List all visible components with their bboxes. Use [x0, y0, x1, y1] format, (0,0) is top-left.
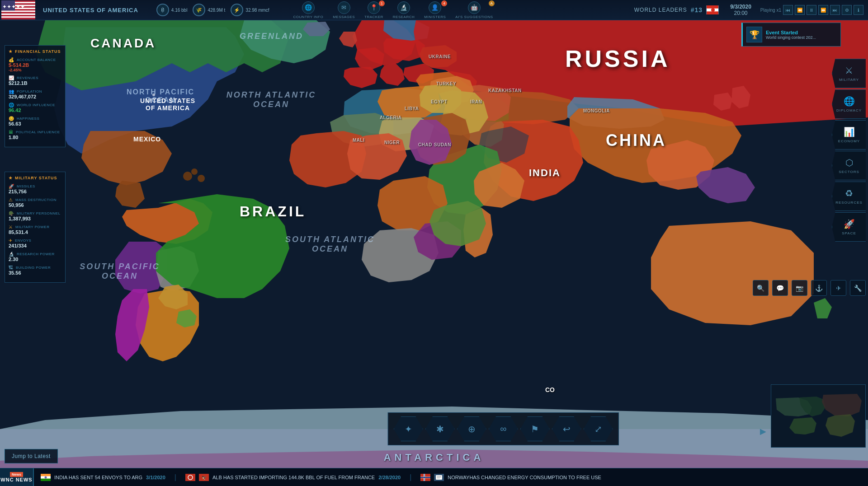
missiles-value: 215,756 — [9, 189, 61, 194]
political-influence-stat: 🏛 Political Influence 1.80 — [9, 130, 61, 140]
svg-rect-94 — [41, 478, 51, 481]
skip-forward-button[interactable]: ⏭ — [830, 5, 840, 15]
right-small-buttons: 🔍 💬 📷 ⚓ ✈ 🔧 — [753, 280, 866, 296]
gear-action-button[interactable]: ✱ — [425, 416, 455, 441]
political-influence-value: 1.80 — [9, 135, 61, 140]
gas-value: 32.98 mmcf — [245, 8, 269, 13]
news-ticker: News WNC NEWS INDIA HAS SENT 54 ENVOYS T… — [0, 468, 868, 486]
military-icon: ⚔ — [845, 65, 853, 76]
account-balance-value: $-514.2B — [9, 62, 61, 68]
svg-rect-78 — [1, 16, 35, 18]
news-item-1: INDIA HAS SENT 54 ENVOYS TO ARG 3/1/2020 — [41, 474, 165, 481]
prev-button[interactable]: ⏪ — [795, 5, 805, 15]
happiness-value: 56.63 — [9, 121, 61, 126]
world-leaders-label: WORLD LEADERS — [634, 7, 687, 13]
revenues-value: $212.1B — [9, 80, 61, 86]
news-date-1: 3/1/2020 — [146, 475, 165, 480]
research-power-value: 2.30 — [9, 257, 61, 262]
bottom-action-bar: ✦ ✱ ⊕ ∞ ⚑ ↩ ⤢ — [388, 412, 619, 445]
svg-point-7 — [191, 168, 198, 175]
diplomacy-button[interactable]: 🌐 DIPLOMACY — [832, 89, 866, 119]
right-action-panel: ⚔ MILITARY 🌐 DIPLOMACY 📊 ECONOMY ⬡ SECTO… — [832, 59, 868, 242]
news-date-2: 2/28/2020 — [378, 475, 401, 480]
news-logo: News WNC NEWS — [0, 468, 34, 486]
playing-label: Playing x1 — [760, 8, 781, 13]
flag-action-button[interactable]: ⚑ — [520, 416, 550, 441]
nav-research[interactable]: 🔬 RESEARCH — [389, 0, 418, 20]
sectors-button[interactable]: ⬡ SECTORS — [832, 151, 866, 180]
svg-rect-84 — [707, 11, 718, 14]
anchor-button[interactable]: ⚓ — [811, 280, 827, 296]
scroll-right-arrow[interactable]: ▶ — [760, 426, 766, 436]
expand-action-button[interactable]: ⤢ — [584, 416, 613, 441]
nav-tracker[interactable]: 1 📍 TRACKER — [361, 0, 387, 20]
news-text-2: ALB HAS STARTED IMPORTING 144.8K BBL OF … — [212, 475, 375, 480]
news-text-3: NORWAYHAS CHANGED ENERGY CONSUMPTION TO … — [448, 475, 601, 480]
camera-button[interactable]: 📷 — [792, 280, 807, 296]
svg-rect-83 — [707, 5, 718, 9]
news-badge: News — [10, 472, 23, 477]
space-button[interactable]: 🚀 SPACE — [832, 212, 866, 242]
svg-text:🦅: 🦅 — [202, 475, 207, 481]
jump-to-latest-button[interactable]: Jump to Latest — [5, 449, 58, 463]
event-description: World singing contest 202... — [766, 35, 816, 40]
nav-country-info[interactable]: 🌐 COUNTRY INFO — [290, 0, 327, 20]
svg-rect-109 — [437, 478, 440, 478]
building-power-stat: 🏗 Building Power 35.56 — [9, 265, 61, 276]
building-power-value: 35.56 — [9, 270, 61, 276]
world-influence-stat: 🌐 World Influence 96.42 — [9, 103, 61, 113]
top-nav: 🌐 COUNTRY INFO ✉ MESSAGES 1 📍 TRACKER 🔬 … — [290, 0, 497, 20]
nav-ai-suggestions[interactable]: A 🤖 AI'S SUGGESTIONS — [452, 0, 496, 20]
svg-marker-41 — [420, 84, 461, 113]
event-info: Event Started World singing contest 202.… — [766, 30, 816, 40]
plane-button[interactable]: ✈ — [830, 280, 846, 296]
event-notification: 🏆 Event Started World singing contest 20… — [741, 23, 841, 47]
military-personnel-stat: 🪖 Military Personnel 1,387,993 — [9, 211, 61, 221]
info-button[interactable]: ℹ — [854, 5, 863, 15]
economy-icon: 📊 — [844, 126, 855, 137]
antarctica-label: ANTARCTICA — [384, 452, 485, 463]
add-action-button[interactable]: ✦ — [394, 416, 423, 441]
svg-rect-108 — [437, 477, 441, 477]
resources-icon: ♻ — [845, 188, 853, 199]
diplomacy-icon: 🌐 — [844, 96, 855, 107]
event-title: Event Started — [766, 30, 816, 35]
nav-messages[interactable]: ✉ MESSAGES — [329, 0, 359, 20]
diplomacy-label: DIPLOMACY — [836, 108, 862, 112]
document-icon — [434, 474, 444, 481]
economy-button[interactable]: 📊 ECONOMY — [832, 120, 866, 150]
fast-forward-button[interactable]: ⏩ — [818, 5, 828, 15]
economy-label: ECONOMY — [838, 139, 860, 143]
move-action-button[interactable]: ⊕ — [457, 416, 486, 441]
military-label: MILITARY — [839, 78, 859, 82]
sectors-icon: ⬡ — [845, 157, 853, 168]
svg-rect-79 — [1, 18, 35, 19]
military-power-value: 85,531.4 — [9, 229, 61, 235]
resource-bar: 🛢 4.16 bbl 🌾 428.9M t ⚡ 32.98 mmcf — [150, 4, 276, 16]
rewind-button[interactable]: ⏮ — [783, 5, 793, 15]
zoom-button[interactable]: 🔍 — [753, 280, 769, 296]
build-button[interactable]: 🔧 — [850, 280, 866, 296]
news-separator-1: | — [175, 473, 176, 481]
svg-point-6 — [198, 175, 205, 182]
svg-point-64 — [152, 93, 155, 96]
population-stat: 👥 Population 329,467,072 — [9, 89, 61, 99]
svg-rect-104 — [420, 477, 430, 478]
happiness-stat: 😊 Happiness 56.63 — [9, 116, 61, 126]
mass-destruction-stat: ⚠ Mass Destruction 50,956 — [9, 197, 61, 208]
account-balance-stat: 💰 Account Balance $-514.2B -2.45% — [9, 57, 61, 72]
account-change-value: -2.45% — [9, 68, 61, 72]
date-time: 9/3/2020 20:00 — [726, 4, 756, 16]
nav-ministers[interactable]: 4 👤 MINISTERS — [420, 0, 449, 20]
link-action-button[interactable]: ∞ — [489, 416, 518, 441]
chat-button[interactable]: 💬 — [772, 280, 788, 296]
resources-button[interactable]: ♻ RESOURCES — [832, 182, 866, 211]
settings-button[interactable]: ⚙ — [842, 5, 852, 15]
return-action-button[interactable]: ↩ — [552, 416, 581, 441]
gas-resource: ⚡ 32.98 mmcf — [231, 4, 269, 16]
military-button[interactable]: ⚔ MILITARY — [832, 59, 866, 88]
minimap[interactable] — [771, 384, 866, 448]
missiles-stat: 🚀 Missiles 215,756 — [9, 184, 61, 194]
pause-button[interactable]: ⏸ — [807, 5, 816, 15]
country-name: UNITED STATES OF AMERICA — [36, 7, 145, 14]
